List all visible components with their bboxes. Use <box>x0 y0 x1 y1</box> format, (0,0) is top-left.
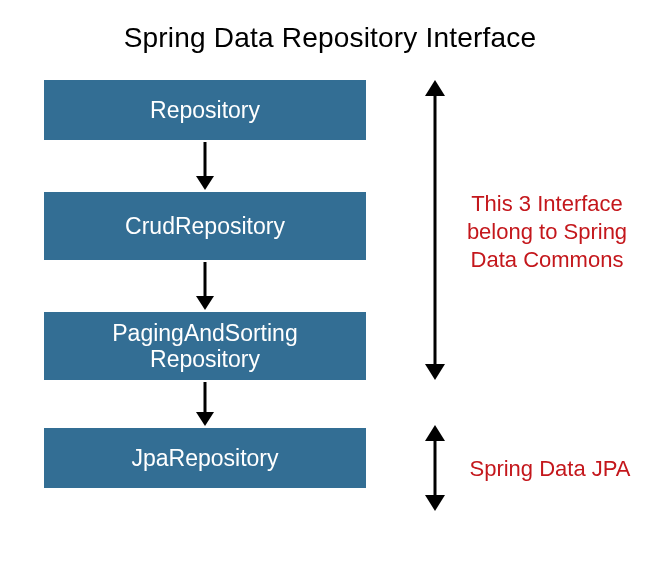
arrow-down-icon <box>193 140 217 192</box>
arrow-2 <box>44 260 366 312</box>
box-repository: Repository <box>44 80 366 140</box>
annotation-jpa-text: Spring Data JPA <box>469 456 630 481</box>
arrow-1 <box>44 140 366 192</box>
box-crud-repository: CrudRepository <box>44 192 366 260</box>
svg-marker-5 <box>196 412 214 426</box>
box-jpa-repository: JpaRepository <box>44 428 366 488</box>
arrow-3 <box>44 380 366 428</box>
box-crud-repository-label: CrudRepository <box>125 213 285 239</box>
box-repository-label: Repository <box>150 97 260 123</box>
svg-marker-7 <box>425 80 445 96</box>
box-paging-sorting-repository: PagingAndSortingRepository <box>44 312 366 380</box>
annotation-commons-line1: This 3 Interface <box>471 191 623 216</box>
svg-marker-1 <box>196 176 214 190</box>
double-arrow-icon <box>422 425 448 511</box>
svg-marker-10 <box>425 425 445 441</box>
arrow-down-icon <box>193 380 217 428</box>
svg-marker-8 <box>425 364 445 380</box>
bracket-jpa <box>422 425 448 511</box>
bracket-commons <box>422 80 448 380</box>
svg-marker-11 <box>425 495 445 511</box>
hierarchy-column: Repository CrudRepository PagingAndSorti… <box>44 80 366 488</box>
annotation-commons-line3: Data Commons <box>471 247 624 272</box>
box-paging-sorting-repository-label: PagingAndSortingRepository <box>112 320 297 373</box>
arrow-down-icon <box>193 260 217 312</box>
annotation-commons: This 3 Interface belong to Spring Data C… <box>457 190 637 274</box>
annotation-jpa: Spring Data JPA <box>460 455 640 483</box>
svg-marker-3 <box>196 296 214 310</box>
box-jpa-repository-label: JpaRepository <box>131 445 278 471</box>
annotation-commons-line2: belong to Spring <box>467 219 627 244</box>
diagram-title: Spring Data Repository Interface <box>0 22 650 54</box>
double-arrow-icon <box>422 80 448 380</box>
